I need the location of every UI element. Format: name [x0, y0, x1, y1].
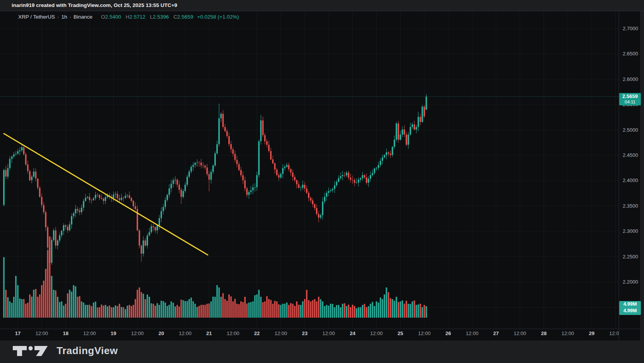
time-tick-hour-label: 12:00	[131, 330, 144, 336]
volume-bar	[157, 303, 158, 318]
chart-widget[interactable]: XRP / TetherUS · 1h · Binance O2.5400 H2…	[0, 11, 644, 341]
volume-bar	[127, 306, 128, 318]
time-tick-day-label: 23	[302, 330, 307, 336]
candle-body	[49, 248, 51, 263]
volume-bar	[422, 307, 423, 318]
volume-bar	[186, 301, 188, 318]
volume-bar	[292, 304, 294, 318]
volume-bar	[51, 276, 53, 318]
volume-bar	[61, 301, 62, 318]
candle-body	[386, 152, 387, 155]
candle-body	[338, 178, 339, 182]
candle-body	[270, 151, 272, 160]
candle-body	[320, 215, 322, 218]
price-tick-label: 2.2500	[623, 254, 638, 260]
open-value: 2.5400	[105, 14, 121, 20]
volume-bar	[83, 303, 84, 318]
volume-bar	[384, 294, 385, 318]
volume-bar	[248, 303, 250, 318]
close-value: 2.5659	[177, 14, 193, 20]
candle-body	[85, 198, 86, 201]
price-tick-label: 2.7000	[623, 26, 638, 31]
volume-bar	[65, 304, 67, 318]
volume-bar	[246, 303, 248, 318]
volume-bar	[272, 304, 274, 318]
time-tick-day-label: 22	[254, 330, 260, 336]
volume-bar	[228, 294, 230, 318]
time-tick-hour-label: 12:00	[466, 330, 479, 336]
time-tick-hour-label: 12:00	[561, 330, 574, 336]
volume-bar	[226, 301, 228, 318]
candle-body	[290, 169, 292, 173]
volume-bar	[172, 303, 174, 318]
candle-body	[99, 195, 100, 198]
volume-bar	[87, 305, 88, 318]
price-axis[interactable]: 2.70002.65002.60002.55002.50002.45002.40…	[619, 11, 640, 341]
tradingview-logo-text: TradingView	[57, 345, 118, 357]
candle-body	[23, 147, 25, 154]
volume-bar	[314, 299, 315, 318]
low-value: 2.5396	[153, 14, 169, 20]
candle-body	[117, 194, 118, 198]
volume-bar	[85, 305, 86, 318]
volume-bar	[260, 297, 262, 318]
volume-bar	[276, 301, 278, 318]
candle-body	[376, 168, 377, 169]
volume-bar	[79, 296, 81, 318]
candle-body	[45, 212, 46, 227]
price-tick-label: 2.4000	[623, 177, 638, 183]
volume-bar	[181, 299, 182, 318]
candle-body	[400, 134, 401, 139]
volume-bar	[7, 297, 9, 318]
candle-body	[416, 127, 417, 130]
candle-body	[9, 159, 11, 168]
volume-bar	[274, 301, 276, 318]
volume-bar	[37, 297, 39, 318]
tradingview-screenshot: inarin919 created with TradingView.com, …	[0, 0, 644, 363]
candle-body	[61, 231, 62, 236]
price-tick-label: 2.4500	[623, 152, 638, 158]
chart-canvas[interactable]	[0, 11, 644, 341]
candle-body	[308, 193, 310, 198]
time-axis[interactable]: 1712:001812:001912:002012:002112:002212:…	[0, 329, 619, 341]
volume-bar	[282, 304, 284, 318]
volume-bar	[286, 303, 288, 318]
volume-bar	[208, 303, 210, 318]
tradingview-logo[interactable]: TradingView	[13, 345, 118, 357]
candle-body	[374, 169, 375, 173]
candle-body	[408, 134, 409, 145]
volume-bar	[207, 304, 208, 318]
candle-body	[214, 153, 216, 165]
volume-bar	[416, 305, 417, 318]
candle-body	[382, 157, 383, 161]
candle-body	[196, 162, 198, 163]
candle-body	[121, 198, 122, 200]
volume-bar	[200, 305, 202, 318]
candle-body	[425, 96, 427, 110]
volume-bar	[33, 290, 34, 318]
volume-bar	[308, 300, 310, 318]
symbol-legend[interactable]: XRP / TetherUS · 1h · Binance O2.5400 H2…	[18, 13, 239, 20]
volume-bar	[63, 306, 65, 318]
candle-body	[53, 231, 55, 240]
volume-bar	[330, 304, 332, 318]
candle-body	[93, 198, 95, 200]
candle-body	[332, 189, 334, 191]
candle-body	[5, 170, 7, 177]
price-tick-label: 2.3500	[623, 203, 638, 209]
volume-bar	[340, 307, 341, 318]
candle-body	[286, 165, 288, 167]
volume-bar	[266, 296, 268, 318]
volume-bar	[105, 305, 106, 318]
volume-bar	[234, 299, 236, 318]
volume-bar	[420, 304, 421, 318]
candle-body	[71, 216, 72, 224]
candle-body	[67, 227, 69, 230]
candle-body	[248, 192, 250, 195]
candle-body	[91, 200, 93, 200]
candle-body	[384, 155, 385, 157]
candle-body	[310, 198, 312, 201]
candle-body	[402, 129, 403, 134]
candle-body	[65, 225, 67, 227]
volume-bar	[93, 303, 95, 318]
